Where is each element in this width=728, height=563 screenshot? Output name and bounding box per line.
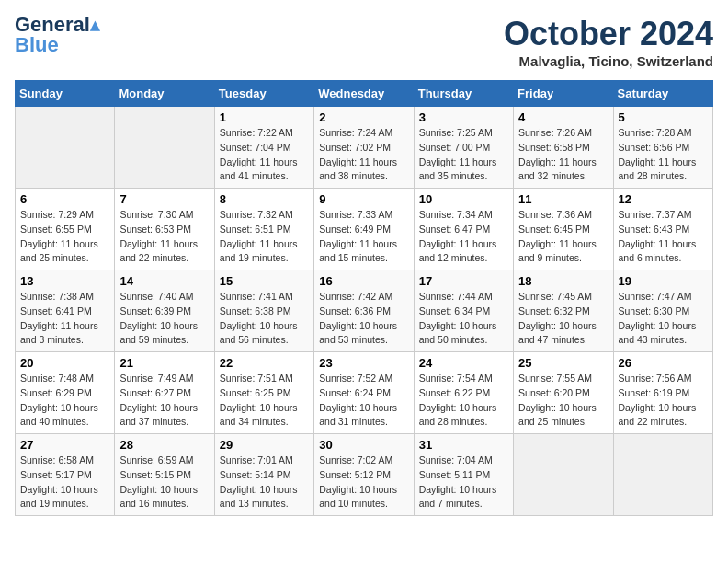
day-info: Sunrise: 7:26 AMSunset: 6:58 PMDaylight:…: [518, 126, 608, 184]
header-sunday: Sunday: [16, 81, 115, 107]
calendar-cell: [613, 434, 712, 516]
day-number: 5: [619, 110, 708, 124]
day-info: Sunrise: 7:56 AMSunset: 6:19 PMDaylight:…: [619, 372, 708, 430]
day-number: 19: [619, 274, 708, 288]
day-number: 31: [419, 438, 508, 452]
day-info: Sunrise: 7:48 AMSunset: 6:29 PMDaylight:…: [20, 372, 109, 430]
day-number: 3: [419, 110, 508, 124]
calendar-cell: 2Sunrise: 7:24 AMSunset: 7:02 PMDaylight…: [314, 107, 414, 189]
day-number: 11: [518, 192, 608, 206]
calendar-cell: 26Sunrise: 7:56 AMSunset: 6:19 PMDayligh…: [613, 352, 712, 434]
day-number: 27: [20, 438, 109, 452]
day-number: 15: [220, 274, 309, 288]
day-number: 7: [119, 192, 209, 206]
day-info: Sunrise: 7:30 AMSunset: 6:53 PMDaylight:…: [119, 208, 209, 266]
calendar-cell: 7Sunrise: 7:30 AMSunset: 6:53 PMDaylight…: [115, 189, 214, 270]
calendar-cell: 12Sunrise: 7:37 AMSunset: 6:43 PMDayligh…: [613, 189, 712, 270]
calendar-cell: 11Sunrise: 7:36 AMSunset: 6:45 PMDayligh…: [514, 189, 613, 270]
day-number: 1: [220, 110, 309, 124]
calendar-cell: 15Sunrise: 7:41 AMSunset: 6:38 PMDayligh…: [214, 270, 313, 352]
day-number: 18: [518, 274, 608, 288]
day-number: 8: [220, 192, 309, 206]
location: Malvaglia, Ticino, Switzerland: [504, 53, 713, 69]
day-number: 16: [319, 274, 408, 288]
calendar-cell: 14Sunrise: 7:40 AMSunset: 6:39 PMDayligh…: [115, 270, 214, 352]
day-info: Sunrise: 7:38 AMSunset: 6:41 PMDaylight:…: [20, 290, 109, 348]
calendar-header-row: SundayMondayTuesdayWednesdayThursdayFrid…: [16, 81, 713, 107]
calendar-cell: 29Sunrise: 7:01 AMSunset: 5:14 PMDayligh…: [214, 434, 313, 516]
day-number: 4: [518, 110, 608, 124]
calendar-cell: 20Sunrise: 7:48 AMSunset: 6:29 PMDayligh…: [16, 352, 115, 434]
header-monday: Monday: [115, 81, 214, 107]
day-info: Sunrise: 7:40 AMSunset: 6:39 PMDaylight:…: [119, 290, 209, 348]
day-info: Sunrise: 7:52 AMSunset: 6:24 PMDaylight:…: [319, 372, 408, 430]
day-info: Sunrise: 7:22 AMSunset: 7:04 PMDaylight:…: [220, 126, 309, 184]
day-info: Sunrise: 7:24 AMSunset: 7:02 PMDaylight:…: [319, 126, 408, 184]
month-title: October 2024: [504, 15, 713, 53]
day-info: Sunrise: 7:02 AMSunset: 5:12 PMDaylight:…: [319, 454, 408, 511]
day-number: 30: [319, 438, 408, 452]
calendar-cell: 19Sunrise: 7:47 AMSunset: 6:30 PMDayligh…: [613, 270, 712, 352]
week-row-3: 13Sunrise: 7:38 AMSunset: 6:41 PMDayligh…: [16, 270, 713, 352]
day-info: Sunrise: 7:47 AMSunset: 6:30 PMDaylight:…: [619, 290, 708, 348]
calendar-cell: 10Sunrise: 7:34 AMSunset: 6:47 PMDayligh…: [414, 189, 513, 270]
day-info: Sunrise: 7:04 AMSunset: 5:11 PMDaylight:…: [419, 454, 508, 511]
calendar-cell: 30Sunrise: 7:02 AMSunset: 5:12 PMDayligh…: [314, 434, 414, 516]
calendar-cell: 5Sunrise: 7:28 AMSunset: 6:56 PMDaylight…: [613, 107, 712, 189]
calendar-cell: 28Sunrise: 6:59 AMSunset: 5:15 PMDayligh…: [115, 434, 214, 516]
day-number: 24: [419, 356, 508, 370]
calendar-cell: [115, 107, 214, 189]
day-info: Sunrise: 7:44 AMSunset: 6:34 PMDaylight:…: [419, 290, 508, 348]
calendar-cell: 1Sunrise: 7:22 AMSunset: 7:04 PMDaylight…: [214, 107, 313, 189]
day-info: Sunrise: 7:51 AMSunset: 6:25 PMDaylight:…: [220, 372, 309, 430]
day-number: 2: [319, 110, 408, 124]
day-number: 22: [220, 356, 309, 370]
day-info: Sunrise: 7:01 AMSunset: 5:14 PMDaylight:…: [220, 454, 309, 511]
day-info: Sunrise: 7:28 AMSunset: 6:56 PMDaylight:…: [619, 126, 708, 184]
day-number: 20: [20, 356, 109, 370]
day-info: Sunrise: 7:54 AMSunset: 6:22 PMDaylight:…: [419, 372, 508, 430]
day-info: Sunrise: 7:32 AMSunset: 6:51 PMDaylight:…: [220, 208, 309, 266]
calendar-cell: 9Sunrise: 7:33 AMSunset: 6:49 PMDaylight…: [314, 189, 414, 270]
header-friday: Friday: [514, 81, 613, 107]
day-info: Sunrise: 7:49 AMSunset: 6:27 PMDaylight:…: [119, 372, 209, 430]
calendar-cell: 22Sunrise: 7:51 AMSunset: 6:25 PMDayligh…: [214, 352, 313, 434]
calendar-cell: [514, 434, 613, 516]
day-number: 29: [220, 438, 309, 452]
header-tuesday: Tuesday: [214, 81, 313, 107]
day-info: Sunrise: 7:55 AMSunset: 6:20 PMDaylight:…: [518, 372, 608, 430]
calendar-cell: 31Sunrise: 7:04 AMSunset: 5:11 PMDayligh…: [414, 434, 513, 516]
logo-bird-icon: ▴: [90, 15, 99, 35]
calendar-cell: 17Sunrise: 7:44 AMSunset: 6:34 PMDayligh…: [414, 270, 513, 352]
week-row-1: 1Sunrise: 7:22 AMSunset: 7:04 PMDaylight…: [16, 107, 713, 189]
calendar-cell: 21Sunrise: 7:49 AMSunset: 6:27 PMDayligh…: [115, 352, 214, 434]
calendar-cell: 4Sunrise: 7:26 AMSunset: 6:58 PMDaylight…: [514, 107, 613, 189]
day-number: 9: [319, 192, 408, 206]
calendar-cell: 24Sunrise: 7:54 AMSunset: 6:22 PMDayligh…: [414, 352, 513, 434]
header-saturday: Saturday: [613, 81, 712, 107]
calendar-cell: 8Sunrise: 7:32 AMSunset: 6:51 PMDaylight…: [214, 189, 313, 270]
calendar-cell: 18Sunrise: 7:45 AMSunset: 6:32 PMDayligh…: [514, 270, 613, 352]
day-number: 10: [419, 192, 508, 206]
day-number: 12: [619, 192, 708, 206]
day-info: Sunrise: 7:25 AMSunset: 7:00 PMDaylight:…: [419, 126, 508, 184]
day-number: 17: [419, 274, 508, 288]
week-row-4: 20Sunrise: 7:48 AMSunset: 6:29 PMDayligh…: [16, 352, 713, 434]
day-info: Sunrise: 7:34 AMSunset: 6:47 PMDaylight:…: [419, 208, 508, 266]
calendar-cell: 25Sunrise: 7:55 AMSunset: 6:20 PMDayligh…: [514, 352, 613, 434]
header-wednesday: Wednesday: [314, 81, 414, 107]
day-info: Sunrise: 7:42 AMSunset: 6:36 PMDaylight:…: [319, 290, 408, 348]
day-info: Sunrise: 7:36 AMSunset: 6:45 PMDaylight:…: [518, 208, 608, 266]
day-number: 26: [619, 356, 708, 370]
day-info: Sunrise: 7:37 AMSunset: 6:43 PMDaylight:…: [619, 208, 708, 266]
day-number: 21: [119, 356, 209, 370]
week-row-5: 27Sunrise: 6:58 AMSunset: 5:17 PMDayligh…: [16, 434, 713, 516]
calendar-cell: 27Sunrise: 6:58 AMSunset: 5:17 PMDayligh…: [16, 434, 115, 516]
calendar-cell: 6Sunrise: 7:29 AMSunset: 6:55 PMDaylight…: [16, 189, 115, 270]
calendar-cell: 3Sunrise: 7:25 AMSunset: 7:00 PMDaylight…: [414, 107, 513, 189]
logo: General▴ Blue: [15, 15, 99, 55]
day-number: 25: [518, 356, 608, 370]
day-number: 6: [20, 192, 109, 206]
day-info: Sunrise: 7:33 AMSunset: 6:49 PMDaylight:…: [319, 208, 408, 266]
day-info: Sunrise: 7:41 AMSunset: 6:38 PMDaylight:…: [220, 290, 309, 348]
